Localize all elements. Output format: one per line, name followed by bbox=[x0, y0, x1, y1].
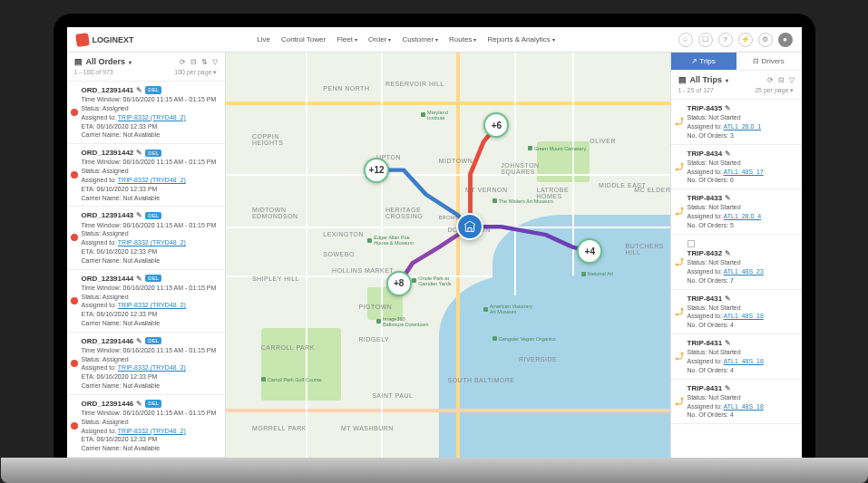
svg-point-7 bbox=[681, 258, 683, 260]
edit-icon[interactable]: ✎ bbox=[725, 338, 731, 348]
bolt-icon[interactable]: ⚡ bbox=[738, 33, 753, 47]
edit-icon[interactable]: ✎ bbox=[725, 193, 731, 203]
sort-icon[interactable]: ⇅ bbox=[201, 58, 208, 66]
edit-icon[interactable]: ✎ bbox=[725, 149, 731, 159]
assigned-link[interactable]: ATL1_28.0_1 bbox=[724, 123, 762, 130]
assigned-link[interactable]: ATL1_48S_18 bbox=[724, 313, 764, 319]
edit-icon[interactable]: ✎ bbox=[136, 336, 142, 346]
svg-point-5 bbox=[681, 208, 683, 209]
assigned-trip-link[interactable]: TRIP-8332 (TRYD48_2) bbox=[118, 114, 186, 121]
route-icon bbox=[674, 306, 685, 317]
columns-icon[interactable]: ⊟ bbox=[190, 58, 197, 66]
gear-icon[interactable]: ⚙ bbox=[758, 33, 773, 47]
assigned-link[interactable]: ATL1_48S_17 bbox=[724, 169, 764, 175]
edit-icon[interactable]: ✎ bbox=[725, 248, 731, 258]
cluster-marker[interactable]: +4 bbox=[577, 238, 602, 264]
cluster-marker[interactable]: +8 bbox=[386, 271, 412, 296]
refresh-icon[interactable]: ⟳ bbox=[180, 58, 186, 66]
trip-checkbox[interactable] bbox=[688, 240, 695, 247]
assigned-link[interactable]: ATL1_48S_18 bbox=[724, 403, 764, 410]
trip-card[interactable]: TRIP-8433 ✎ Status: Not Started Assigned… bbox=[671, 189, 802, 235]
trip-card[interactable]: TRIP-8431 ✎ Status: Not Started Assigned… bbox=[671, 380, 802, 425]
svg-point-1 bbox=[681, 118, 683, 120]
trip-card[interactable]: TRIP-8431 ✎ Status: Not Started Assigned… bbox=[671, 290, 802, 335]
edit-icon[interactable]: ✎ bbox=[725, 103, 731, 113]
trip-card[interactable]: TRIP-8431 ✎ Status: Not Started Assigned… bbox=[671, 334, 802, 380]
hub-marker[interactable] bbox=[456, 213, 483, 240]
bookmark-icon[interactable]: ☐ bbox=[698, 33, 713, 47]
edit-icon[interactable]: ✎ bbox=[136, 85, 142, 95]
trip-card[interactable]: TRIP-8434 ✎ Status: Not Started Assigned… bbox=[671, 145, 802, 190]
svg-point-4 bbox=[676, 213, 678, 215]
columns-icon[interactable]: ⊟ bbox=[778, 76, 785, 84]
order-card[interactable]: ORD_12391443 ✎ DEL Time Window: 06/16/20… bbox=[67, 207, 225, 269]
trips-range: 1 - 25 of 127 bbox=[678, 87, 714, 94]
edit-icon[interactable]: ✎ bbox=[136, 399, 142, 409]
main-nav: Live Control Tower Fleet ▾ Order ▾ Custo… bbox=[257, 35, 555, 43]
nav-routes[interactable]: Routes ▾ bbox=[449, 35, 476, 43]
nav-reports[interactable]: Reports & Analytics ▾ bbox=[487, 35, 554, 43]
route-icon bbox=[674, 116, 685, 127]
trip-card[interactable]: TRIP-8432 ✎ Status: Not Started Assigned… bbox=[671, 235, 802, 290]
orders-range: 1 - 100 of 973 bbox=[74, 69, 113, 76]
orders-perpage[interactable]: 100 per page ▾ bbox=[174, 69, 217, 76]
svg-point-6 bbox=[676, 264, 678, 266]
svg-point-0 bbox=[676, 123, 678, 125]
assigned-trip-link[interactable]: TRIP-8332 (TRYD48_2) bbox=[118, 239, 186, 246]
assigned-trip-link[interactable]: TRIP-8332 (TRYD48_2) bbox=[118, 364, 186, 371]
nav-fleet[interactable]: Fleet ▾ bbox=[336, 35, 357, 43]
route-icon bbox=[674, 396, 685, 407]
order-card[interactable]: ORD_12391444 ✎ DEL Time Window: 06/16/20… bbox=[67, 270, 225, 333]
filter-icon[interactable]: ▽ bbox=[212, 58, 218, 66]
trips-panel: ↗ Trips ⊟ Drivers ▤ All Trips ▾ ⟳ ⊟ ▽ 1 … bbox=[670, 53, 802, 458]
svg-point-12 bbox=[676, 403, 678, 405]
cluster-marker[interactable]: +12 bbox=[364, 158, 389, 183]
user-icon[interactable]: ● bbox=[778, 33, 793, 47]
edit-icon[interactable]: ✎ bbox=[725, 383, 731, 393]
assigned-link[interactable]: ATL1_48S_18 bbox=[724, 358, 764, 364]
trips-perpage[interactable]: 25 per page ▾ bbox=[755, 87, 794, 94]
edit-icon[interactable]: ✎ bbox=[725, 294, 731, 304]
tab-drivers[interactable]: ⊟ Drivers bbox=[736, 53, 802, 70]
orders-filter[interactable]: ▤ All Orders ▾ bbox=[74, 57, 132, 66]
svg-point-2 bbox=[676, 169, 678, 170]
map-canvas[interactable]: RESERVOIR HILL PENN NORTH MIDTOWN JOHNST… bbox=[226, 53, 670, 458]
bell-icon[interactable]: ♤ bbox=[678, 33, 693, 47]
svg-point-11 bbox=[681, 353, 683, 354]
edit-icon[interactable]: ✎ bbox=[136, 274, 142, 284]
assigned-link[interactable]: ATL1_28.0_4 bbox=[724, 213, 762, 219]
route-icon bbox=[674, 206, 685, 217]
route-icon bbox=[674, 161, 685, 172]
assigned-trip-link[interactable]: TRIP-8332 (TRYD48_2) bbox=[118, 302, 186, 308]
nav-live[interactable]: Live bbox=[257, 35, 270, 43]
edit-icon[interactable]: ✎ bbox=[136, 148, 142, 158]
tab-trips[interactable]: ↗ Trips bbox=[671, 53, 736, 70]
app-header: LOGINEXT Live Control Tower Fleet ▾ Orde… bbox=[67, 27, 802, 53]
order-card[interactable]: ORD_12391446 ✎ DEL Time Window: 06/16/20… bbox=[67, 333, 225, 395]
svg-point-8 bbox=[676, 314, 678, 315]
trips-filter[interactable]: ▤ All Trips ▾ bbox=[678, 75, 729, 84]
refresh-icon[interactable]: ⟳ bbox=[767, 76, 774, 84]
route-icon bbox=[674, 256, 685, 267]
assigned-trip-link[interactable]: TRIP-8332 (TRYD48_2) bbox=[118, 428, 186, 434]
assigned-link[interactable]: ATL1_48S_23 bbox=[724, 268, 764, 275]
cluster-marker[interactable]: +6 bbox=[483, 112, 509, 138]
route-icon bbox=[674, 351, 685, 362]
order-card[interactable]: ORD_12391441 ✎ DEL Time Window: 06/16/20… bbox=[67, 82, 225, 144]
svg-point-9 bbox=[681, 308, 683, 310]
trip-card[interactable]: TRIP-8435 ✎ Status: Not Started Assigned… bbox=[671, 100, 802, 145]
order-card[interactable]: ORD_12391442 ✎ DEL Time Window: 06/16/20… bbox=[67, 144, 225, 207]
help-icon[interactable]: ? bbox=[718, 33, 733, 47]
brand-logo: LOGINEXT bbox=[76, 34, 134, 46]
nav-control-tower[interactable]: Control Tower bbox=[281, 35, 326, 43]
svg-point-3 bbox=[681, 163, 683, 165]
edit-icon[interactable]: ✎ bbox=[136, 210, 142, 220]
order-card[interactable]: ORD_12391446 ✎ DEL Time Window: 06/16/20… bbox=[67, 395, 225, 458]
orders-panel: ▤ All Orders ▾ ⟳ ⊟ ⇅ ▽ 1 - 100 of 973 10… bbox=[67, 53, 226, 458]
nav-order[interactable]: Order ▾ bbox=[368, 35, 391, 43]
assigned-trip-link[interactable]: TRIP-8332 (TRYD48_2) bbox=[118, 177, 186, 183]
svg-point-13 bbox=[681, 398, 683, 400]
nav-customer[interactable]: Customer ▾ bbox=[402, 35, 438, 43]
filter-icon[interactable]: ▽ bbox=[789, 76, 795, 84]
svg-point-10 bbox=[676, 358, 678, 360]
